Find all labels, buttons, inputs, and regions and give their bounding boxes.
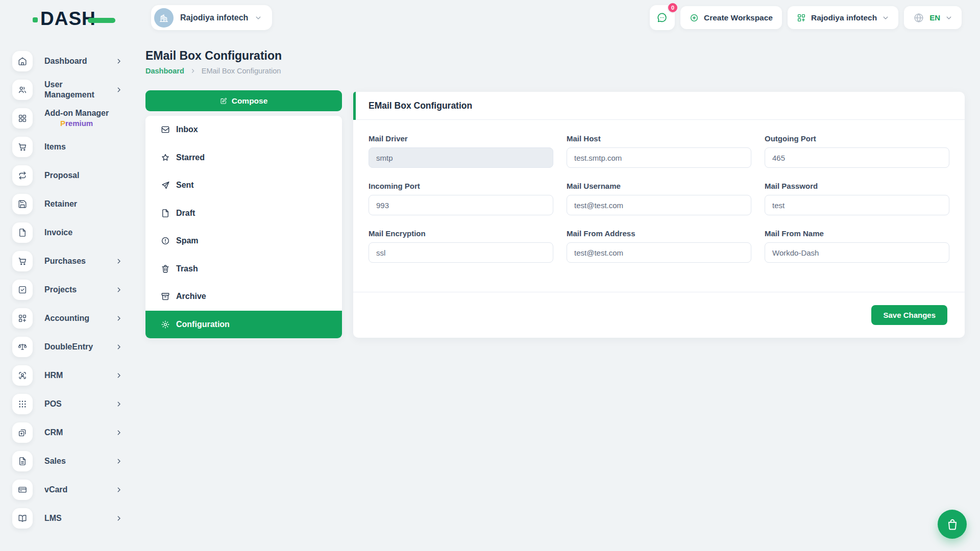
sidebar-item-text: Sales <box>44 456 66 466</box>
mail-password-input[interactable] <box>765 195 949 215</box>
sidebar-item-crm[interactable]: CRM <box>12 418 140 447</box>
chevron-right-icon <box>115 258 122 265</box>
chevron-right-icon <box>115 86 122 93</box>
chevron-down-icon <box>945 14 952 21</box>
sidebar-item-pos[interactable]: POS <box>12 390 140 418</box>
shop-fab-button[interactable] <box>938 510 967 539</box>
sidebar-item-purchases[interactable]: Purchases <box>12 247 140 276</box>
chevron-down-icon <box>882 14 889 21</box>
sidebar-item-icon <box>18 514 27 523</box>
folder-sent[interactable]: Sent <box>145 171 342 199</box>
breadcrumb-current: EMail Box Configuration <box>202 67 281 75</box>
folder-archive[interactable]: Archive <box>145 283 342 311</box>
chevron-right-icon <box>115 458 122 465</box>
sidebar-item-iconbox <box>12 365 33 386</box>
company-menu[interactable]: Rajodiya infotech <box>788 6 898 29</box>
chevron-right-icon <box>115 286 122 293</box>
breadcrumb-dashboard-link[interactable]: Dashboard <box>145 67 184 75</box>
sidebar-item-projects[interactable]: Projects <box>12 276 140 304</box>
field-label: Mail From Name <box>765 229 949 238</box>
save-changes-button[interactable]: Save Changes <box>871 305 947 325</box>
field-mail-driver: Mail Driver <box>369 134 553 168</box>
mail-driver-input[interactable] <box>369 147 553 168</box>
sidebar-item-doubleentry[interactable]: DoubleEntry <box>12 333 140 361</box>
edit-icon <box>220 97 227 105</box>
mail-host-input[interactable] <box>567 147 751 168</box>
folder-trash[interactable]: Trash <box>145 255 342 283</box>
sidebar-item-accounting[interactable]: Accounting <box>12 304 140 333</box>
sidebar-item-icon <box>18 314 27 323</box>
mail-from-name-input[interactable] <box>765 242 949 263</box>
sidebar-item-text: CRM <box>44 428 63 438</box>
sidebar-item-iconbox <box>12 480 33 500</box>
field-incoming-port: Incoming Port <box>369 182 553 215</box>
folder-icon <box>161 153 170 162</box>
sidebar-item-add-on-manager[interactable]: Add-on Manager Premium <box>12 104 140 133</box>
messages-button[interactable]: 0 <box>650 5 675 30</box>
chevron-right-icon <box>115 429 122 436</box>
folder-icon <box>161 236 170 245</box>
sidebar-item-vcard[interactable]: vCard <box>12 475 140 504</box>
sidebar-item-sales[interactable]: Sales <box>12 447 140 475</box>
sidebar-item-lms[interactable]: LMS <box>12 504 140 533</box>
sidebar-item-items[interactable]: Items <box>12 133 140 161</box>
sidebar-item-iconbox <box>12 137 33 157</box>
compose-button[interactable]: Compose <box>145 90 342 111</box>
sidebar-item-dashboard[interactable]: Dashboard <box>12 47 140 76</box>
sidebar-item-text: Retainer <box>44 199 77 209</box>
language-selector[interactable]: EN <box>904 6 962 29</box>
workspace-name: Rajodiya infotech <box>180 13 248 22</box>
folder-label: Archive <box>176 292 206 301</box>
workspace-selector[interactable]: Rajodiya infotech <box>151 5 272 30</box>
chevron-right-icon <box>115 400 122 408</box>
card-accent-bar <box>353 92 356 120</box>
sidebar-item-iconbox <box>12 451 33 471</box>
create-workspace-button[interactable]: Create Workspace <box>680 6 782 29</box>
sidebar-item-iconbox <box>12 422 33 443</box>
sidebar-item-icon <box>18 57 27 66</box>
email-config-card: EMail Box Configuration Mail Driver Mail… <box>353 92 965 338</box>
chevron-right-icon <box>115 486 122 493</box>
field-label: Mail Username <box>567 182 751 190</box>
chevron-right-icon <box>115 343 122 350</box>
folder-label: Inbox <box>176 125 198 134</box>
app-root: DASH Rajodiya infotech 0 Create Workspac… <box>0 0 980 551</box>
sidebar-item-hrm[interactable]: HRM <box>12 361 140 390</box>
folder-draft[interactable]: Draft <box>145 199 342 228</box>
incoming-port-input[interactable] <box>369 195 553 215</box>
sidebar-item-iconbox <box>12 108 33 129</box>
field-label: Incoming Port <box>369 182 553 190</box>
language-code: EN <box>929 13 940 22</box>
sidebar-item-proposal[interactable]: Proposal <box>12 161 140 190</box>
plus-circle-icon <box>690 13 699 22</box>
mail-encryption-input[interactable] <box>369 242 553 263</box>
mail-from-address-input[interactable] <box>567 242 751 263</box>
folder-inbox[interactable]: Inbox <box>145 116 342 144</box>
sidebar-item-label: Purchases <box>44 256 86 266</box>
folder-spam[interactable]: Spam <box>145 227 342 255</box>
folder-label: Configuration <box>176 320 230 329</box>
sidebar-item-icon <box>18 199 27 209</box>
sidebar-item-iconbox <box>12 165 33 186</box>
sidebar-item-iconbox <box>12 308 33 329</box>
folder-starred[interactable]: Starred <box>145 144 342 172</box>
folder-label: Spam <box>176 236 199 245</box>
page-title: EMail Box Configuration <box>145 49 282 63</box>
sidebar-item-user-management[interactable]: User Management <box>12 76 140 104</box>
card-footer: Save Changes <box>353 292 965 338</box>
sidebar-item-retainer[interactable]: Retainer <box>12 190 140 218</box>
sidebar-item-invoice[interactable]: Invoice <box>12 218 140 247</box>
field-label: Outgoing Port <box>765 134 949 143</box>
outgoing-port-input[interactable] <box>765 147 949 168</box>
sidebar-item-iconbox <box>12 508 33 529</box>
company-menu-label: Rajodiya infotech <box>811 13 877 22</box>
folder-label: Draft <box>176 209 195 218</box>
sidebar-item-iconbox <box>12 337 33 357</box>
mail-username-input[interactable] <box>567 195 751 215</box>
brand-logo[interactable]: DASH <box>33 9 115 28</box>
folder-configuration[interactable]: Configuration <box>145 311 342 339</box>
sidebar-item-text: Projects <box>44 285 77 295</box>
field-label: Mail Driver <box>369 134 553 143</box>
sidebar-item-text: LMS <box>44 513 62 523</box>
sidebar-item-icon <box>18 171 27 180</box>
